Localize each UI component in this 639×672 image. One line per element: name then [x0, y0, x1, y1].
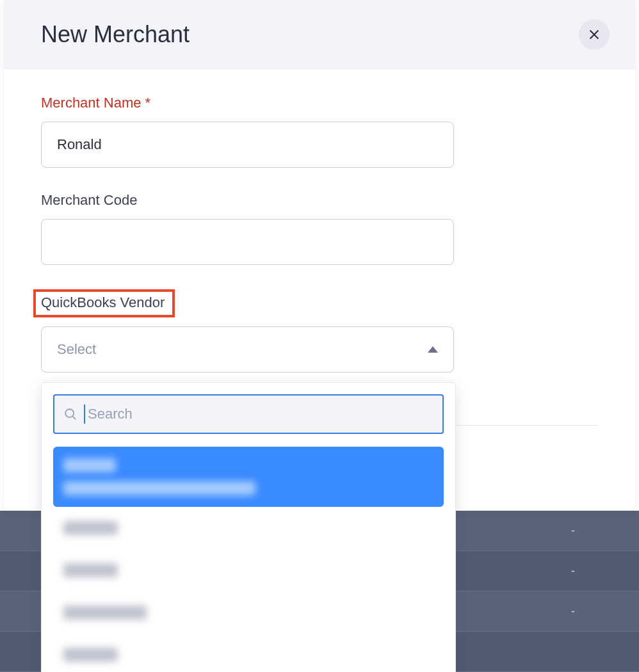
vendor-option-name: [63, 458, 116, 472]
vendor-option-name: [63, 563, 118, 577]
vendor-option[interactable]: [53, 509, 444, 549]
merchant-name-label: Merchant Name *: [41, 95, 150, 111]
caret-up-icon: [428, 346, 438, 353]
merchant-name-field: Merchant Name *: [41, 95, 598, 168]
cell-dash: -: [571, 605, 575, 618]
modal-title: New Merchant: [41, 21, 190, 48]
vendor-dropdown: [41, 382, 456, 672]
dropdown-options: [53, 447, 444, 672]
svg-line-3: [73, 417, 76, 420]
quickbooks-vendor-field: QuickBooks Vendor Select: [41, 289, 598, 372]
vendor-option-name: [63, 521, 118, 535]
merchant-name-input[interactable]: [41, 122, 454, 168]
vendor-option[interactable]: [53, 447, 444, 507]
quickbooks-vendor-label: QuickBooks Vendor: [41, 294, 165, 311]
modal-body: Merchant Name * Merchant Code QuickBooks…: [4, 69, 635, 372]
merchant-code-field: Merchant Code: [41, 192, 598, 265]
merchant-code-input[interactable]: [41, 219, 454, 265]
vendor-option-name: [63, 648, 118, 662]
search-icon: [63, 407, 77, 421]
merchant-code-label: Merchant Code: [41, 192, 137, 209]
close-button[interactable]: [579, 19, 610, 50]
dropdown-search-wrap[interactable]: [53, 394, 444, 434]
cell-dash: -: [571, 564, 575, 578]
close-icon: [587, 28, 601, 42]
new-merchant-modal: New Merchant Merchant Name * Merchant Co…: [4, 0, 635, 511]
vendor-option[interactable]: [53, 594, 444, 634]
svg-point-2: [65, 409, 74, 417]
vendor-option[interactable]: [53, 636, 444, 672]
quickbooks-vendor-select[interactable]: Select: [41, 326, 454, 372]
cell-dash: -: [571, 524, 575, 538]
modal-header: New Merchant: [4, 0, 635, 69]
dropdown-search-input[interactable]: [88, 406, 433, 422]
vendor-option[interactable]: [53, 552, 444, 591]
vendor-option-name: [63, 605, 147, 620]
vendor-option-detail: [63, 481, 255, 495]
text-cursor: [84, 404, 85, 424]
select-placeholder: Select: [57, 341, 96, 358]
highlight-annotation: QuickBooks Vendor: [33, 289, 175, 317]
